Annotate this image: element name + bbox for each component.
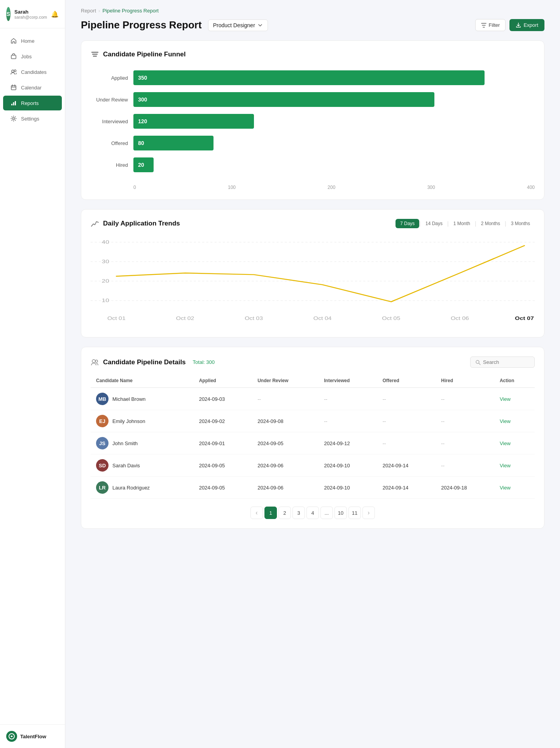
hired-cell: 2024-09-18 [436, 477, 494, 499]
table-row: MB Michael Brown 2024-09-03--------View [91, 388, 535, 410]
sidebar-item-label: Jobs [21, 54, 32, 59]
svg-text:40: 40 [102, 239, 109, 245]
funnel-row: Hired 20 [91, 157, 535, 172]
sidebar-item-settings[interactable]: Settings [3, 111, 62, 126]
export-button[interactable]: Export [509, 19, 544, 31]
pipeline-details-card: Candidate Pipeline Details Total: 300 Ca… [81, 347, 544, 529]
trend-btn-7-days[interactable]: 7 Days [396, 219, 419, 228]
avatar: JS [96, 437, 108, 449]
chevron-down-icon [257, 23, 263, 28]
col-header-candidate-name: Candidate Name [91, 374, 194, 388]
candidate-name-cell: EJ Emily Johnson [91, 410, 194, 432]
filter-button[interactable]: Filter [475, 19, 506, 31]
pagination-next[interactable]: › [362, 507, 375, 519]
page-btn-...[interactable]: ... [320, 507, 333, 519]
role-select[interactable]: Product Designer [208, 19, 268, 31]
search-box[interactable] [470, 357, 535, 368]
breadcrumb-sep: › [98, 8, 100, 14]
candidate-name: Laura Rodriguez [112, 485, 150, 491]
page-btn-10[interactable]: 10 [334, 507, 347, 519]
action-cell: View [494, 477, 535, 499]
table-row: SD Sarah Davis 2024-09-052024-09-062024-… [91, 454, 535, 477]
export-icon [516, 23, 521, 28]
total-badge: Total: 300 [193, 359, 215, 365]
svg-point-10 [13, 118, 15, 120]
sidebar-item-label: Reports [21, 100, 39, 106]
candidate-name: John Smith [112, 440, 138, 446]
funnel-title: Candidate Pipeline Funnel [103, 51, 186, 58]
svg-rect-9 [15, 101, 16, 105]
sidebar-item-label: Calendar [21, 85, 42, 91]
funnel-x-label: 300 [427, 185, 435, 190]
breadcrumb-parent[interactable]: Report [81, 8, 96, 14]
trend-btn-1-month[interactable]: 1 Month [449, 219, 475, 228]
sidebar-nav: HomeJobsCandidatesCalendarReportsSetting… [0, 28, 65, 724]
svg-rect-0 [11, 55, 16, 59]
sidebar-item-calendar[interactable]: Calendar [3, 80, 62, 95]
page-btn-3[interactable]: 3 [292, 507, 305, 519]
table-row: JS John Smith 2024-09-012024-09-052024-0… [91, 432, 535, 454]
svg-text:Oct 05: Oct 05 [382, 316, 400, 321]
trend-btn-3-months[interactable]: 3 Months [506, 219, 535, 228]
pipeline-details-header: Candidate Pipeline Details Total: 300 [91, 357, 535, 368]
sidebar-item-reports[interactable]: Reports [3, 96, 62, 110]
page-title: Pipeline Progress Report [81, 19, 202, 31]
candidate-name-cell: SD Sarah Davis [91, 454, 194, 477]
funnel-x-label: 400 [527, 185, 535, 190]
funnel-chart: Applied 350 Under Review 300 Interviewed… [91, 66, 535, 183]
action-cell: View [494, 432, 535, 454]
candidate-name-cell: LR Laura Rodriguez [91, 477, 194, 499]
col-header-action: Action [494, 374, 535, 388]
trend-controls: 7 Days|14 Days|1 Month|2 Months|3 Months [396, 219, 535, 228]
trend-btn-2-months[interactable]: 2 Months [476, 219, 505, 228]
interviewed-cell: 2024-09-10 [318, 454, 377, 477]
offered-cell: 2024-09-14 [377, 477, 436, 499]
page-btn-1[interactable]: 1 [264, 507, 277, 519]
bar-chart-icon [10, 100, 17, 107]
interviewed-cell: 2024-09-10 [318, 477, 377, 499]
page-btn-4[interactable]: 4 [306, 507, 319, 519]
pipeline-details-title: Candidate Pipeline Details [103, 358, 186, 366]
avatar: SD [96, 459, 108, 472]
interviewed-cell: 2024-09-12 [318, 432, 377, 454]
view-link[interactable]: View [500, 463, 511, 468]
svg-text:Oct 06: Oct 06 [451, 316, 469, 321]
funnel-label: Interviewed [91, 119, 133, 124]
funnel-bar: 350 [133, 70, 485, 85]
svg-point-31 [95, 360, 98, 362]
sidebar-item-candidates[interactable]: Candidates [3, 65, 62, 79]
applied-cell: 2024-09-02 [194, 410, 252, 432]
candidate-name: Emily Johnson [112, 418, 145, 424]
page-btn-11[interactable]: 11 [348, 507, 361, 519]
svg-rect-14 [93, 56, 97, 57]
trend-btn-14-days[interactable]: 14 Days [421, 219, 447, 228]
view-link[interactable]: View [500, 396, 511, 402]
pagination-prev[interactable]: ‹ [250, 507, 263, 519]
sidebar-item-label: Candidates [21, 69, 47, 75]
view-link[interactable]: View [500, 418, 511, 424]
funnel-label: Offered [91, 140, 133, 146]
search-icon [475, 360, 481, 365]
offered-cell: 2024-09-14 [377, 454, 436, 477]
svg-rect-13 [92, 54, 98, 55]
page-btn-2[interactable]: 2 [278, 507, 291, 519]
view-link[interactable]: View [500, 485, 511, 491]
user-info: Sarah sarah@corp.com [14, 9, 47, 19]
notification-bell-icon[interactable]: 🔔 [51, 10, 59, 18]
logo-icon [6, 731, 17, 742]
search-input[interactable] [483, 359, 530, 365]
funnel-label: Hired [91, 162, 133, 168]
users-icon [10, 68, 17, 75]
funnel-card: Candidate Pipeline Funnel Applied 350 Un… [81, 40, 544, 200]
sidebar-item-jobs[interactable]: Jobs [3, 49, 62, 64]
view-link[interactable]: View [500, 440, 511, 446]
hired-cell: -- [436, 410, 494, 432]
funnel-bar-container: 20 [133, 157, 535, 172]
svg-text:10: 10 [102, 297, 109, 303]
col-header-offered: Offered [377, 374, 436, 388]
calendar-icon [10, 84, 17, 91]
candidate-name-cell: MB Michael Brown [91, 388, 194, 410]
action-cell: View [494, 410, 535, 432]
sidebar-item-home[interactable]: Home [3, 33, 62, 48]
header-actions: Filter Export [475, 19, 544, 31]
